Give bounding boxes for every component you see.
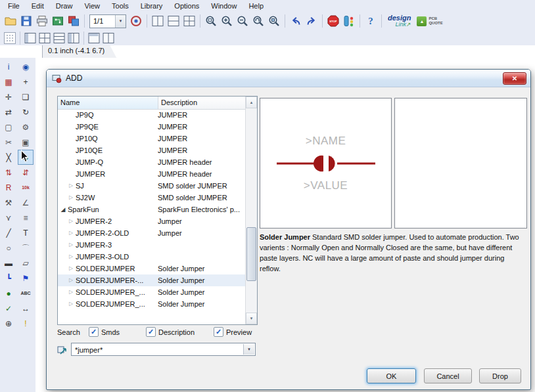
name-icon[interactable]: R — [1, 180, 16, 195]
ratsnest-icon[interactable] — [128, 13, 144, 29]
grid-dots-icon[interactable] — [3, 32, 17, 45]
expander-icon[interactable]: ▷ — [68, 274, 74, 286]
scroll-up-icon[interactable]: ▲ — [246, 97, 257, 108]
table-row[interactable]: JP10QEJUMPER — [58, 144, 246, 156]
tile-window-icon-3[interactable] — [181, 13, 197, 29]
table-scrollbar[interactable]: ▲ ▼ — [245, 97, 257, 324]
table-row[interactable]: JUMPERJUMPER header — [58, 168, 246, 180]
delete-icon[interactable]: ╳ — [1, 150, 16, 165]
stop-icon[interactable]: STOP — [325, 13, 341, 29]
zoom-out-icon[interactable] — [235, 13, 250, 29]
invoke-icon[interactable]: ≡ — [18, 210, 34, 225]
table-row[interactable]: ▷SJ2WSMD solder JUMPER — [58, 192, 246, 204]
close-button[interactable]: ✕ — [503, 72, 526, 85]
designlink-logo[interactable]: designLink — [384, 14, 414, 28]
tile-window-icon-2[interactable] — [166, 13, 181, 29]
zoom-fit-icon[interactable] — [203, 13, 219, 29]
table-row[interactable]: JP9QEJUMPER — [58, 121, 246, 133]
menu-draw[interactable]: Draw — [51, 1, 78, 11]
smash-icon[interactable]: ⚒ — [1, 195, 16, 210]
paste-icon[interactable]: ▣ — [18, 135, 34, 150]
mirror-icon[interactable]: ⇄ — [1, 104, 16, 120]
grid-dropdown[interactable]: 1/1▼ — [89, 14, 126, 28]
table-row[interactable]: ▷SOLDERJUMPER_...Solder Jumper — [58, 298, 246, 310]
cancel-button[interactable]: Cancel — [424, 368, 472, 383]
rect-icon[interactable]: ▬ — [1, 255, 16, 271]
group-icon[interactable]: ▢ — [1, 120, 16, 135]
table-row[interactable]: ▷JUMPER-2-OLDJumper — [58, 227, 246, 239]
ok-button[interactable]: OK — [367, 368, 416, 383]
wire-icon[interactable]: ╱ — [1, 225, 16, 240]
arc-icon[interactable]: ⌒ — [18, 240, 34, 255]
search-input[interactable]: *jumper* ▼ — [71, 343, 256, 356]
pinswap-icon[interactable]: ⇅ — [1, 165, 16, 180]
zoom-tool-icon[interactable]: ⊕ — [1, 316, 16, 331]
view-icon-3[interactable] — [52, 32, 66, 45]
menu-edit[interactable]: Edit — [26, 1, 49, 11]
open-icon[interactable] — [3, 13, 18, 29]
expander-icon[interactable]: ▷ — [68, 251, 74, 263]
view-icon-2[interactable] — [37, 32, 52, 45]
menu-view[interactable]: View — [79, 1, 105, 11]
table-row[interactable]: ◢SparkFunSparkFun Electronics' p... — [58, 204, 246, 215]
checkbox-preview[interactable]: ✓Preview — [214, 327, 252, 337]
info-icon[interactable]: i — [1, 59, 16, 74]
expander-icon[interactable]: ▷ — [68, 286, 74, 298]
bus-icon[interactable]: ┗ — [1, 271, 16, 286]
tile-window-icon-1[interactable] — [150, 13, 166, 29]
menu-tools[interactable]: Tools — [106, 1, 134, 11]
undo-icon[interactable] — [288, 13, 304, 29]
expander-icon[interactable]: ◢ — [60, 204, 66, 215]
help-icon[interactable]: ? — [363, 13, 379, 29]
dialog-titlebar[interactable]: ADD ✕ — [47, 70, 530, 87]
change-icon[interactable]: ⚙ — [18, 120, 34, 135]
checkbox-description[interactable]: ✓Description — [146, 327, 195, 337]
circle-icon[interactable]: ○ — [1, 240, 16, 255]
table-row[interactable]: ▷JUMPER-2Jumper — [58, 215, 246, 227]
rotate-icon[interactable]: ↻ — [18, 104, 34, 120]
run-script-icon[interactable] — [341, 13, 357, 29]
table-row[interactable]: ▷JUMPER-3-OLD — [58, 251, 246, 263]
menu-help[interactable]: Help — [243, 1, 269, 11]
view-icon-5[interactable] — [87, 32, 101, 45]
split-icon[interactable]: ⋎ — [1, 210, 16, 225]
view-icon-4[interactable] — [66, 32, 81, 45]
view-icon-1[interactable] — [23, 32, 37, 45]
zoom-select-icon[interactable] — [266, 13, 282, 29]
menu-file[interactable]: File — [3, 1, 25, 11]
value-icon[interactable]: 10k — [18, 180, 34, 195]
errors-icon[interactable]: ! — [18, 316, 34, 331]
expander-icon[interactable]: ▷ — [68, 180, 74, 192]
menu-library[interactable]: Library — [135, 1, 168, 11]
redo-icon[interactable] — [304, 13, 319, 29]
attribute-icon[interactable]: ABC — [18, 286, 34, 301]
show-icon[interactable]: ◉ — [18, 59, 34, 74]
display-icon[interactable]: ▦ — [1, 74, 16, 89]
copy-icon[interactable]: ❏ — [18, 89, 34, 104]
zoom-in-icon[interactable] — [219, 13, 235, 29]
mark-icon[interactable]: + — [18, 74, 34, 89]
text-icon[interactable]: T — [18, 225, 34, 240]
expander-icon[interactable]: ▷ — [68, 239, 74, 251]
scrollbar-thumb[interactable] — [246, 227, 256, 281]
table-row[interactable]: JP10QJUMPER — [58, 133, 246, 144]
save-icon[interactable] — [18, 13, 34, 29]
table-row[interactable]: ▷SOLDERJUMPER_...Solder Jumper — [58, 286, 246, 298]
gateswap-icon[interactable]: ⇵ — [18, 165, 34, 180]
table-row[interactable]: ▷SOLDERJUMPERSolder Jumper — [58, 263, 246, 274]
table-row[interactable]: ▷SOLDERJUMPER-...Solder Jumper — [58, 274, 246, 286]
board-icon[interactable] — [66, 13, 81, 29]
pcbquote-logo[interactable]: PCBQUOTE — [414, 16, 445, 26]
label-icon[interactable]: ⚑ — [18, 271, 34, 286]
combo-dropdown-button[interactable]: ▼ — [243, 344, 254, 355]
menu-window[interactable]: Window — [206, 1, 242, 11]
erc-icon[interactable]: ✓ — [1, 301, 16, 316]
print-icon[interactable] — [34, 13, 50, 29]
expander-icon[interactable]: ▷ — [68, 298, 74, 310]
junction-icon[interactable]: ● — [1, 286, 16, 301]
view-icon-6[interactable] — [101, 32, 116, 45]
drop-button[interactable]: Drop — [479, 368, 521, 383]
scroll-down-icon[interactable]: ▼ — [246, 313, 257, 324]
move-icon[interactable]: ✛ — [1, 89, 16, 104]
cam-icon[interactable] — [50, 13, 66, 29]
